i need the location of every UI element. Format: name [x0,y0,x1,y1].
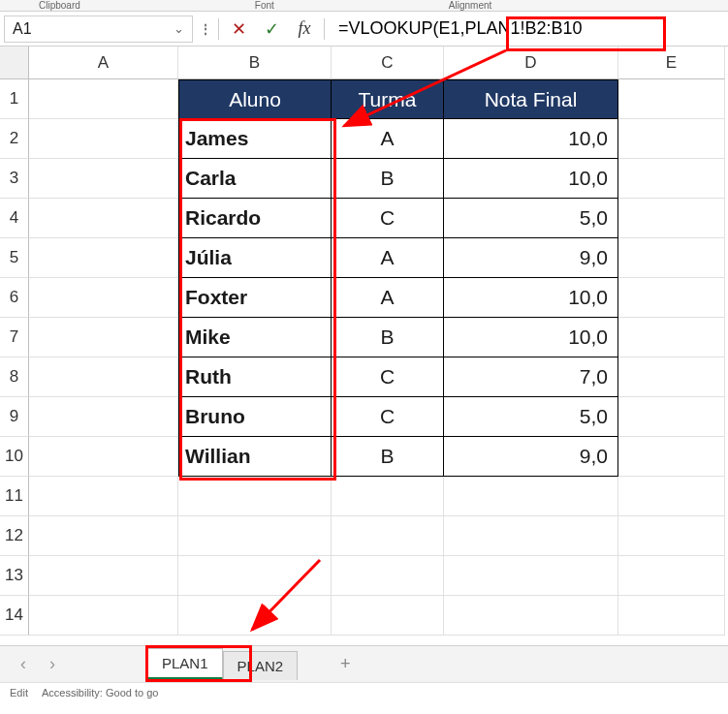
cell[interactable] [29,516,178,556]
cell[interactable] [444,596,618,636]
cell[interactable] [29,556,178,596]
cell-turma[interactable]: C [332,199,444,238]
header-nota[interactable]: Nota Final [444,79,618,119]
cell[interactable] [618,556,725,596]
cell[interactable] [29,596,178,636]
cell-aluno[interactable]: Bruno [178,397,332,437]
formula-input[interactable] [331,16,724,43]
row-header[interactable]: 8 [0,357,29,397]
cell[interactable] [618,119,725,159]
cell-aluno[interactable]: James [178,119,332,159]
cell[interactable] [332,477,444,516]
tab-next-icon[interactable]: › [41,654,64,674]
cell[interactable] [444,516,618,556]
cell[interactable] [29,79,178,119]
tab-prev-icon[interactable]: ‹ [12,654,35,674]
name-box[interactable]: A1 ⌄ [4,16,193,43]
row-header[interactable]: 1 [0,79,29,119]
cell[interactable] [332,556,444,596]
row-header[interactable]: 6 [0,278,29,318]
cell-nota[interactable]: 9,0 [444,238,618,278]
cell-aluno[interactable]: Carla [178,159,332,199]
row-header[interactable]: 12 [0,516,29,556]
row-header[interactable]: 14 [0,596,29,636]
row-header[interactable]: 10 [0,437,29,477]
cell-nota[interactable]: 10,0 [444,119,618,159]
cell[interactable] [618,199,725,238]
cell[interactable] [618,477,725,516]
cell[interactable] [178,596,332,636]
cell[interactable] [444,477,618,516]
sheet-tab-plan2[interactable]: PLAN2 [223,651,299,680]
cell[interactable] [178,477,332,516]
cell-nota[interactable]: 7,0 [444,357,618,397]
cell[interactable] [618,238,725,278]
row-header[interactable]: 2 [0,119,29,159]
cell[interactable] [618,318,725,357]
cell[interactable] [618,278,725,318]
cell[interactable] [29,318,178,357]
cell-nota[interactable]: 10,0 [444,159,618,199]
fx-icon[interactable]: fx [291,16,318,43]
header-turma[interactable]: Turma [332,79,444,119]
row-header[interactable]: 7 [0,318,29,357]
vertical-dots-icon[interactable]: ⋮ [199,21,212,37]
cell-aluno[interactable]: Ricardo [178,199,332,238]
cell-turma[interactable]: A [332,238,444,278]
cell-nota[interactable]: 10,0 [444,318,618,357]
cell[interactable] [618,397,725,437]
cell-nota[interactable]: 9,0 [444,437,618,477]
row-header[interactable]: 11 [0,477,29,516]
cell[interactable] [178,516,332,556]
cell-aluno[interactable]: Willian [178,437,332,477]
sheet-tab-plan1[interactable]: PLAN1 [147,648,223,680]
column-header[interactable]: B [178,47,332,79]
column-header[interactable]: D [444,47,618,79]
cell-nota[interactable]: 10,0 [444,278,618,318]
cell[interactable] [29,477,178,516]
cell-aluno[interactable]: Júlia [178,238,332,278]
cell-turma[interactable]: A [332,278,444,318]
cell-nota[interactable]: 5,0 [444,397,618,437]
add-sheet-icon[interactable]: + [332,650,359,678]
cell[interactable] [29,199,178,238]
cell[interactable] [29,357,178,397]
cell[interactable] [618,357,725,397]
cell-aluno[interactable]: Foxter [178,278,332,318]
cell[interactable] [29,119,178,159]
row-header[interactable]: 4 [0,199,29,238]
row-header[interactable]: 5 [0,238,29,278]
column-header[interactable]: A [29,47,178,79]
cell-turma[interactable]: C [332,397,444,437]
header-aluno[interactable]: Aluno [178,79,332,119]
row-header[interactable]: 3 [0,159,29,199]
cell-turma[interactable]: C [332,357,444,397]
chevron-down-icon[interactable]: ⌄ [174,21,184,36]
cell[interactable] [29,397,178,437]
cell[interactable] [618,596,725,636]
cell-turma[interactable]: B [332,318,444,357]
cancel-icon[interactable]: ✕ [225,16,252,43]
cell[interactable] [29,437,178,477]
cell[interactable] [618,437,725,477]
cell[interactable] [618,516,725,556]
cell[interactable] [332,516,444,556]
cell[interactable] [29,159,178,199]
row-header[interactable]: 13 [0,556,29,596]
cell[interactable] [618,159,725,199]
column-header[interactable]: E [618,47,725,79]
cell[interactable] [332,596,444,636]
cell-aluno[interactable]: Ruth [178,357,332,397]
cell[interactable] [618,79,725,119]
cell-aluno[interactable]: Mike [178,318,332,357]
confirm-icon[interactable]: ✓ [258,16,285,43]
column-header[interactable]: C [332,47,444,79]
cell-turma[interactable]: B [332,437,444,477]
cell[interactable] [178,556,332,596]
cell[interactable] [29,238,178,278]
select-all-corner[interactable] [0,47,29,79]
cell-nota[interactable]: 5,0 [444,199,618,238]
cell[interactable] [444,556,618,596]
cell-turma[interactable]: B [332,159,444,199]
cell-turma[interactable]: A [332,119,444,159]
